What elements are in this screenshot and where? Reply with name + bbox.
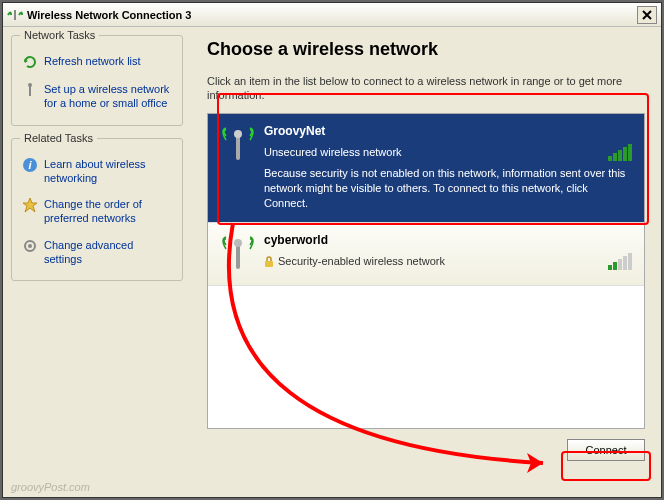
settings-icon [22, 238, 38, 254]
group-network-tasks: Network Tasks Refresh network list Set u… [11, 35, 183, 126]
task-learn-wireless[interactable]: i Learn about wireless networking [20, 151, 174, 192]
lock-icon [264, 256, 274, 266]
antenna-icon [220, 124, 256, 212]
page-description: Click an item in the list below to conne… [207, 74, 645, 103]
refresh-icon [22, 54, 38, 70]
close-icon [642, 10, 652, 20]
network-type: Security-enabled wireless network [264, 255, 632, 267]
group-title: Network Tasks [20, 29, 99, 41]
network-item[interactable]: cyberworld Security-enabled wireless net… [208, 223, 644, 286]
svg-point-6 [28, 244, 32, 248]
network-body: cyberworld Security-enabled wireless net… [256, 233, 632, 275]
connect-button[interactable]: Connect [567, 439, 645, 461]
info-icon: i [22, 157, 38, 173]
star-icon [22, 197, 38, 213]
window-body: Network Tasks Refresh network list Set u… [3, 27, 661, 473]
signal-strength-icon [608, 144, 632, 161]
watermark: groovyPost.com [11, 481, 90, 493]
antenna-icon [22, 82, 38, 98]
svg-point-8 [234, 130, 242, 138]
button-row: Connect [207, 439, 645, 461]
group-related-tasks: Related Tasks i Learn about wireless net… [11, 138, 183, 282]
signal-strength-icon [608, 253, 632, 270]
sidebar: Network Tasks Refresh network list Set u… [3, 27, 191, 473]
task-change-advanced[interactable]: Change advanced settings [20, 232, 174, 273]
page-heading: Choose a wireless network [207, 39, 645, 60]
task-label: Refresh network list [44, 54, 141, 68]
network-type: Unsecured wireless network [264, 146, 632, 158]
task-label: Set up a wireless network for a home or … [44, 82, 172, 111]
close-button[interactable] [637, 6, 657, 24]
task-refresh-network-list[interactable]: Refresh network list [20, 48, 174, 76]
task-change-order[interactable]: Change the order of preferred networks [20, 191, 174, 232]
svg-point-2 [28, 83, 32, 87]
network-name: cyberworld [264, 233, 632, 247]
window-frame: Wireless Network Connection 3 Network Ta… [2, 2, 662, 498]
svg-rect-1 [29, 86, 31, 96]
wireless-icon [7, 7, 23, 23]
network-name: GroovyNet [264, 124, 632, 138]
task-label: Change advanced settings [44, 238, 172, 267]
task-label: Learn about wireless networking [44, 157, 172, 186]
svg-rect-11 [265, 261, 273, 267]
main-panel: Choose a wireless network Click an item … [191, 27, 661, 473]
network-warning: Because security is not enabled on this … [264, 166, 632, 212]
task-setup-wireless[interactable]: Set up a wireless network for a home or … [20, 76, 174, 117]
network-list: GroovyNet Unsecured wireless network Bec… [207, 113, 645, 429]
network-item-selected[interactable]: GroovyNet Unsecured wireless network Bec… [208, 114, 644, 223]
task-label: Change the order of preferred networks [44, 197, 172, 226]
window-title: Wireless Network Connection 3 [27, 9, 637, 21]
antenna-icon [220, 233, 256, 275]
group-title: Related Tasks [20, 132, 97, 144]
svg-rect-0 [14, 10, 16, 20]
titlebar[interactable]: Wireless Network Connection 3 [3, 3, 661, 27]
svg-point-10 [234, 239, 242, 247]
network-body: GroovyNet Unsecured wireless network Bec… [256, 124, 632, 212]
network-type-text: Security-enabled wireless network [278, 255, 445, 267]
